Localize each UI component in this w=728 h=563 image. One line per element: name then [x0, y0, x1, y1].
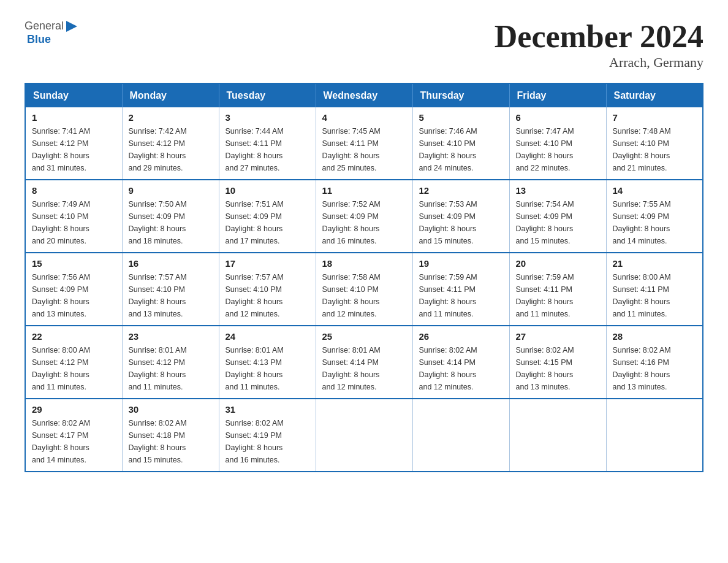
day-info: Sunrise: 7:44 AMSunset: 4:11 PMDaylight:… — [226, 125, 309, 174]
page-title: December 2024 — [495, 18, 703, 55]
day-info: Sunrise: 7:41 AMSunset: 4:12 PMDaylight:… — [32, 125, 116, 174]
logo: General Blue — [25, 18, 78, 46]
calendar-cell: 6Sunrise: 7:47 AMSunset: 4:10 PMDaylight… — [509, 107, 606, 180]
day-info: Sunrise: 8:00 AMSunset: 4:11 PMDaylight:… — [613, 271, 697, 320]
day-info: Sunrise: 8:02 AMSunset: 4:16 PMDaylight:… — [613, 344, 697, 393]
day-info: Sunrise: 7:59 AMSunset: 4:11 PMDaylight:… — [516, 271, 600, 320]
title-section: December 2024 Arrach, Germany — [495, 18, 703, 71]
calendar-cell: 21Sunrise: 8:00 AMSunset: 4:11 PMDayligh… — [606, 253, 703, 326]
day-number: 29 — [32, 404, 116, 415]
calendar-week-row: 22Sunrise: 8:00 AMSunset: 4:12 PMDayligh… — [25, 326, 703, 399]
calendar-cell: 12Sunrise: 7:53 AMSunset: 4:09 PMDayligh… — [412, 180, 509, 253]
calendar-cell: 9Sunrise: 7:50 AMSunset: 4:09 PMDaylight… — [122, 180, 219, 253]
day-number: 20 — [516, 258, 600, 269]
calendar-header-monday: Monday — [122, 83, 219, 107]
calendar-cell — [509, 399, 606, 472]
calendar-cell — [316, 399, 412, 472]
calendar-cell: 17Sunrise: 7:57 AMSunset: 4:10 PMDayligh… — [219, 253, 316, 326]
day-number: 5 — [419, 112, 503, 123]
calendar-header-wednesday: Wednesday — [316, 83, 412, 107]
day-info: Sunrise: 7:42 AMSunset: 4:12 PMDaylight:… — [129, 125, 213, 174]
day-info: Sunrise: 7:48 AMSunset: 4:10 PMDaylight:… — [613, 125, 697, 174]
day-number: 1 — [32, 112, 116, 123]
svg-marker-0 — [66, 21, 77, 32]
day-number: 11 — [322, 185, 406, 196]
calendar-table: SundayMondayTuesdayWednesdayThursdayFrid… — [25, 83, 703, 472]
calendar-cell: 7Sunrise: 7:48 AMSunset: 4:10 PMDaylight… — [606, 107, 703, 180]
calendar-header-friday: Friday — [509, 83, 606, 107]
day-number: 17 — [226, 258, 309, 269]
calendar-cell: 18Sunrise: 7:58 AMSunset: 4:10 PMDayligh… — [316, 253, 412, 326]
calendar-cell: 26Sunrise: 8:02 AMSunset: 4:14 PMDayligh… — [412, 326, 509, 399]
day-info: Sunrise: 8:01 AMSunset: 4:14 PMDaylight:… — [322, 344, 406, 393]
day-info: Sunrise: 7:45 AMSunset: 4:11 PMDaylight:… — [322, 125, 406, 174]
calendar-cell: 31Sunrise: 8:02 AMSunset: 4:19 PMDayligh… — [219, 399, 316, 472]
day-info: Sunrise: 7:46 AMSunset: 4:10 PMDaylight:… — [419, 125, 503, 174]
day-info: Sunrise: 8:02 AMSunset: 4:17 PMDaylight:… — [32, 417, 116, 466]
day-info: Sunrise: 7:54 AMSunset: 4:09 PMDaylight:… — [516, 198, 600, 247]
calendar-header-thursday: Thursday — [412, 83, 509, 107]
day-info: Sunrise: 8:01 AMSunset: 4:13 PMDaylight:… — [226, 344, 309, 393]
day-info: Sunrise: 8:02 AMSunset: 4:14 PMDaylight:… — [419, 344, 503, 393]
calendar-cell: 25Sunrise: 8:01 AMSunset: 4:14 PMDayligh… — [316, 326, 412, 399]
day-number: 18 — [322, 258, 406, 269]
calendar-cell — [606, 399, 703, 472]
day-info: Sunrise: 7:51 AMSunset: 4:09 PMDaylight:… — [226, 198, 309, 247]
calendar-cell: 10Sunrise: 7:51 AMSunset: 4:09 PMDayligh… — [219, 180, 316, 253]
calendar-cell: 2Sunrise: 7:42 AMSunset: 4:12 PMDaylight… — [122, 107, 219, 180]
calendar-header-row: SundayMondayTuesdayWednesdayThursdayFrid… — [25, 83, 703, 107]
page-header: General Blue December 2024 Arrach, Germa… — [25, 18, 703, 71]
day-info: Sunrise: 7:57 AMSunset: 4:10 PMDaylight:… — [226, 271, 309, 320]
day-number: 22 — [32, 331, 116, 342]
day-number: 4 — [322, 112, 406, 123]
day-info: Sunrise: 7:50 AMSunset: 4:09 PMDaylight:… — [129, 198, 213, 247]
calendar-cell: 3Sunrise: 7:44 AMSunset: 4:11 PMDaylight… — [219, 107, 316, 180]
calendar-week-row: 1Sunrise: 7:41 AMSunset: 4:12 PMDaylight… — [25, 107, 703, 180]
calendar-cell: 30Sunrise: 8:02 AMSunset: 4:18 PMDayligh… — [122, 399, 219, 472]
day-number: 28 — [613, 331, 697, 342]
day-number: 30 — [129, 404, 213, 415]
day-number: 2 — [129, 112, 213, 123]
calendar-cell — [412, 399, 509, 472]
day-number: 6 — [516, 112, 600, 123]
calendar-cell: 24Sunrise: 8:01 AMSunset: 4:13 PMDayligh… — [219, 326, 316, 399]
day-info: Sunrise: 8:00 AMSunset: 4:12 PMDaylight:… — [32, 344, 116, 393]
calendar-cell: 28Sunrise: 8:02 AMSunset: 4:16 PMDayligh… — [606, 326, 703, 399]
day-number: 3 — [226, 112, 309, 123]
calendar-cell: 22Sunrise: 8:00 AMSunset: 4:12 PMDayligh… — [25, 326, 122, 399]
day-number: 27 — [516, 331, 600, 342]
logo-blue-text: Blue — [27, 33, 51, 45]
calendar-cell: 20Sunrise: 7:59 AMSunset: 4:11 PMDayligh… — [509, 253, 606, 326]
calendar-header-saturday: Saturday — [606, 83, 703, 107]
calendar-cell: 16Sunrise: 7:57 AMSunset: 4:10 PMDayligh… — [122, 253, 219, 326]
day-info: Sunrise: 8:02 AMSunset: 4:19 PMDaylight:… — [226, 417, 309, 466]
day-number: 9 — [129, 185, 213, 196]
day-number: 13 — [516, 185, 600, 196]
calendar-cell: 8Sunrise: 7:49 AMSunset: 4:10 PMDaylight… — [25, 180, 122, 253]
day-info: Sunrise: 7:49 AMSunset: 4:10 PMDaylight:… — [32, 198, 116, 247]
calendar-cell: 13Sunrise: 7:54 AMSunset: 4:09 PMDayligh… — [509, 180, 606, 253]
calendar-cell: 5Sunrise: 7:46 AMSunset: 4:10 PMDaylight… — [412, 107, 509, 180]
day-number: 24 — [226, 331, 309, 342]
calendar-header-tuesday: Tuesday — [219, 83, 316, 107]
day-number: 16 — [129, 258, 213, 269]
calendar-week-row: 15Sunrise: 7:56 AMSunset: 4:09 PMDayligh… — [25, 253, 703, 326]
calendar-cell: 29Sunrise: 8:02 AMSunset: 4:17 PMDayligh… — [25, 399, 122, 472]
calendar-week-row: 8Sunrise: 7:49 AMSunset: 4:10 PMDaylight… — [25, 180, 703, 253]
day-number: 23 — [129, 331, 213, 342]
day-info: Sunrise: 7:53 AMSunset: 4:09 PMDaylight:… — [419, 198, 503, 247]
day-number: 26 — [419, 331, 503, 342]
day-info: Sunrise: 8:01 AMSunset: 4:12 PMDaylight:… — [129, 344, 213, 393]
day-number: 14 — [613, 185, 697, 196]
calendar-header-sunday: Sunday — [25, 83, 122, 107]
calendar-cell: 15Sunrise: 7:56 AMSunset: 4:09 PMDayligh… — [25, 253, 122, 326]
day-info: Sunrise: 7:57 AMSunset: 4:10 PMDaylight:… — [129, 271, 213, 320]
day-number: 25 — [322, 331, 406, 342]
day-info: Sunrise: 7:58 AMSunset: 4:10 PMDaylight:… — [322, 271, 406, 320]
calendar-cell: 1Sunrise: 7:41 AMSunset: 4:12 PMDaylight… — [25, 107, 122, 180]
day-info: Sunrise: 7:56 AMSunset: 4:09 PMDaylight:… — [32, 271, 116, 320]
day-info: Sunrise: 7:47 AMSunset: 4:10 PMDaylight:… — [516, 125, 600, 174]
logo-general-text: General — [25, 20, 64, 33]
calendar-cell: 23Sunrise: 8:01 AMSunset: 4:12 PMDayligh… — [122, 326, 219, 399]
calendar-cell: 4Sunrise: 7:45 AMSunset: 4:11 PMDaylight… — [316, 107, 412, 180]
